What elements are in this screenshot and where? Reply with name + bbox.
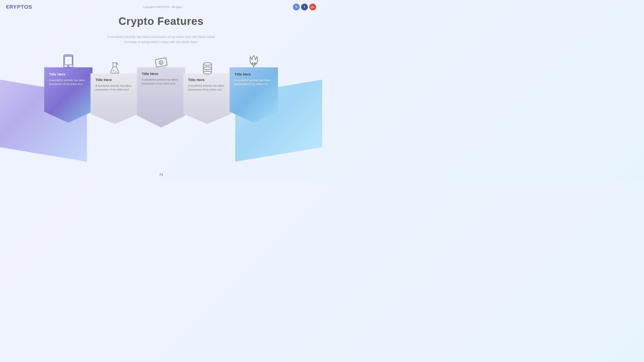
card-4-body: Title Here A wonderful serenity has take… <box>183 73 232 124</box>
twitter-button[interactable]: 𝕏 <box>293 3 300 10</box>
page-number: 73 <box>159 173 163 177</box>
subtitle: A wonderful serenity has taken possessio… <box>0 34 322 45</box>
svg-point-13 <box>203 62 212 65</box>
svg-point-7 <box>113 70 114 71</box>
svg-point-9 <box>117 63 118 65</box>
svg-point-8 <box>116 71 116 72</box>
card-1-title: Title Here <box>49 72 88 76</box>
fire-icon <box>248 54 259 70</box>
logo: €RYPTOS <box>6 4 32 10</box>
card-5-text: A wonderful serenity has taken possessio… <box>234 78 273 86</box>
card-5-title: Title Here <box>234 72 273 76</box>
card-2-text: A wonderful serenity has taken possessio… <box>96 84 134 92</box>
card-5-body: Title Here A wonderful serenity has take… <box>230 67 278 123</box>
card-4-title: Title Here <box>188 78 227 82</box>
card-2: Title Here A wonderful serenity has take… <box>90 61 139 124</box>
page-title: Crypto Features <box>0 15 322 27</box>
social-icons-group: 𝕏 f g+ <box>293 3 316 10</box>
flask-icon <box>109 61 121 76</box>
facebook-button[interactable]: f <box>301 3 308 10</box>
card-1: Title Here A wonderful serenity has take… <box>44 54 92 123</box>
card-1-text: A wonderful serenity has taken possessio… <box>49 78 88 86</box>
card-4: Title Here A wonderful serenity has take… <box>183 61 232 124</box>
card-3-title: Title Here <box>142 72 180 76</box>
svg-point-16 <box>203 67 212 70</box>
card-1-body: Title Here A wonderful serenity has take… <box>44 67 92 123</box>
svg-point-2 <box>68 65 69 67</box>
svg-text:$: $ <box>160 61 162 64</box>
copyright-text: Copyright © €RYPTOS . All rights. <box>142 5 182 8</box>
cards-container: Title Here A wonderful serenity has take… <box>0 49 322 128</box>
card-3: $ Title Here A wonderful serenity has ta… <box>137 57 185 128</box>
card-3-text: A wonderful serenity has taken possessio… <box>142 78 180 86</box>
googleplus-button[interactable]: g+ <box>309 3 316 10</box>
card-2-body: Title Here A wonderful serenity has take… <box>90 73 139 124</box>
header: €RYPTOS Copyright © €RYPTOS . All rights… <box>0 0 322 14</box>
svg-rect-1 <box>64 56 72 65</box>
tablet-icon <box>62 54 74 70</box>
money-icon: $ <box>154 57 168 70</box>
svg-point-19 <box>203 71 212 74</box>
card-5: Title Here A wonderful serenity has take… <box>230 54 278 123</box>
card-3-body: Title Here A wonderful serenity has take… <box>137 67 185 128</box>
database-icon <box>202 61 214 76</box>
card-4-text: A wonderful serenity has taken possessio… <box>188 84 227 92</box>
card-2-title: Title Here <box>96 78 134 82</box>
